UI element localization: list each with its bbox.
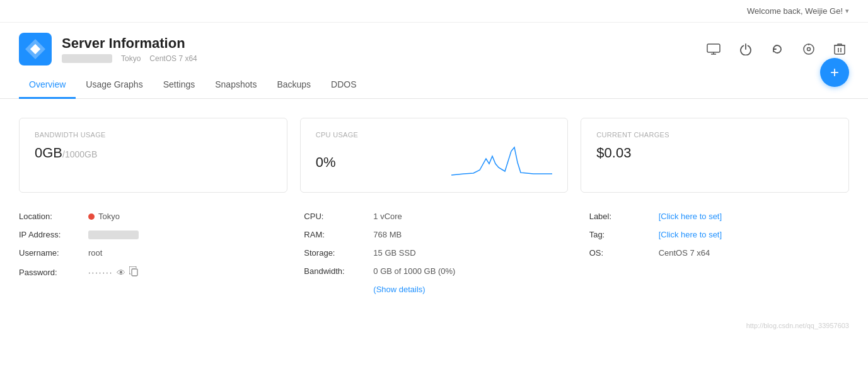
- tab-settings[interactable]: Settings: [153, 72, 205, 99]
- location-text: Tokyo: [98, 212, 120, 221]
- tab-usage-graphs[interactable]: Usage Graphs: [76, 72, 153, 99]
- iso-button[interactable]: [799, 39, 819, 59]
- svg-rect-11: [132, 269, 137, 276]
- console-button[interactable]: [703, 40, 724, 59]
- location-dot-icon: [88, 213, 95, 220]
- charges-label: Current Charges: [596, 131, 833, 139]
- console-icon: [707, 43, 720, 55]
- add-button[interactable]: +: [820, 58, 849, 87]
- reveal-password-icon[interactable]: 👁: [117, 268, 125, 278]
- user-menu[interactable]: Welcome back, Weijie Ge! ▾: [747, 6, 849, 16]
- nav-tabs: Overview Usage Graphs Settings Snapshots…: [0, 72, 868, 99]
- info-location: Location: Tokyo: [19, 212, 279, 221]
- storage-val: 15 GB SSD: [373, 248, 415, 258]
- header-left: Server Information Tokyo CentOS 7 x64: [19, 33, 197, 65]
- tab-overview[interactable]: Overview: [19, 72, 76, 99]
- trash-icon: [834, 43, 845, 55]
- location-key: Location:: [19, 212, 88, 221]
- delete-button[interactable]: [830, 39, 849, 59]
- tag-key: Tag:: [589, 230, 659, 239]
- iso-icon: [802, 43, 815, 55]
- svg-rect-1: [707, 44, 720, 52]
- location-val: Tokyo: [88, 212, 120, 221]
- storage-key: Storage:: [304, 248, 373, 258]
- ram-key: RAM:: [304, 230, 373, 239]
- info-show-details: (Show details): [304, 285, 564, 294]
- chevron-down-icon: ▾: [845, 7, 849, 15]
- tab-backups[interactable]: Backups: [267, 72, 321, 99]
- bandwidth-value: 0GB/1000GB: [35, 145, 272, 161]
- cpu-spec-val: 1 vCore: [373, 212, 402, 221]
- charges-value: $0.03: [596, 145, 833, 161]
- cpu-spec-key: CPU:: [304, 212, 373, 221]
- info-col-right: Label: [Click here to set] Tag: [Click h…: [589, 212, 849, 303]
- ip-val: [88, 230, 139, 239]
- cpu-label: CPU Usage: [316, 131, 553, 139]
- copy-password-icon[interactable]: [129, 266, 138, 278]
- server-title: Server Information Tokyo CentOS 7 x64: [62, 35, 197, 63]
- username-val: root: [88, 248, 102, 258]
- info-username: Username: root: [19, 248, 279, 258]
- bandwidth-spec-key: Bandwidth:: [304, 266, 373, 276]
- server-location: Tokyo: [121, 54, 141, 63]
- logo-icon: [19, 33, 52, 65]
- info-col-left: Location: Tokyo IP Address: Username: ro…: [19, 212, 279, 303]
- ip-key: IP Address:: [19, 230, 88, 239]
- info-storage: Storage: 15 GB SSD: [304, 248, 564, 258]
- cpu-chart: [335, 145, 552, 179]
- watermark: http://blog.csdn.net/qq_33957603: [0, 316, 868, 336]
- cpu-card: CPU Usage 0%: [300, 118, 569, 193]
- main-content: Bandwidth Usage 0GB/1000GB CPU Usage 0% …: [0, 99, 868, 316]
- username-key: Username:: [19, 248, 88, 258]
- password-key: Password:: [19, 268, 88, 277]
- info-password: Password: ······· 👁: [19, 266, 279, 278]
- ip-blur-val: [88, 230, 139, 239]
- cpu-chart-svg: [451, 145, 552, 179]
- power-button[interactable]: [736, 39, 756, 59]
- info-label: Label: [Click here to set]: [589, 212, 849, 221]
- label-set-link[interactable]: [Click here to set]: [659, 212, 722, 221]
- restart-icon: [771, 43, 784, 55]
- info-cpu: CPU: 1 vCore: [304, 212, 564, 221]
- power-icon: [739, 43, 752, 55]
- show-details-link[interactable]: (Show details): [373, 285, 425, 294]
- tag-set-link[interactable]: [Click here to set]: [659, 230, 722, 239]
- password-val: ······· 👁: [88, 266, 138, 278]
- bandwidth-card: Bandwidth Usage 0GB/1000GB: [19, 118, 287, 193]
- tab-ddos[interactable]: DDOS: [321, 72, 366, 99]
- os-val: CentOS 7 x64: [659, 248, 710, 258]
- server-os: CentOS 7 x64: [149, 54, 197, 63]
- cpu-card-inner: 0%: [316, 145, 553, 179]
- ram-val: 768 MB: [373, 230, 402, 239]
- bandwidth-unit: /1000GB: [62, 149, 97, 159]
- info-bandwidth: Bandwidth: 0 GB of 1000 GB (0%): [304, 266, 564, 276]
- ip-address-blur: [62, 54, 112, 63]
- label-key: Label:: [589, 212, 659, 221]
- info-row: Location: Tokyo IP Address: Username: ro…: [19, 212, 849, 303]
- page-title: Server Information: [62, 35, 197, 52]
- info-os: OS: CentOS 7 x64: [589, 248, 849, 258]
- header-actions: [703, 39, 849, 59]
- stats-row: Bandwidth Usage 0GB/1000GB CPU Usage 0% …: [19, 118, 849, 193]
- header: Server Information Tokyo CentOS 7 x64: [0, 23, 868, 72]
- cpu-value: 0%: [316, 154, 336, 171]
- top-bar: Welcome back, Weijie Ge! ▾: [0, 0, 868, 23]
- bandwidth-label: Bandwidth Usage: [35, 131, 272, 139]
- tab-snapshots[interactable]: Snapshots: [205, 72, 267, 99]
- bandwidth-spec-val: 0 GB of 1000 GB (0%): [373, 266, 455, 276]
- svg-rect-7: [835, 45, 845, 54]
- bandwidth-num: 0GB: [35, 145, 62, 161]
- watermark-text: http://blog.csdn.net/qq_33957603: [746, 322, 849, 329]
- svg-point-5: [807, 48, 811, 51]
- charges-card: Current Charges $0.03: [581, 118, 849, 193]
- info-ram: RAM: 768 MB: [304, 230, 564, 239]
- info-ip: IP Address:: [19, 230, 279, 239]
- info-col-mid: CPU: 1 vCore RAM: 768 MB Storage: 15 GB …: [304, 212, 564, 303]
- server-meta: Tokyo CentOS 7 x64: [62, 54, 197, 63]
- info-tag: Tag: [Click here to set]: [589, 230, 849, 239]
- welcome-text: Welcome back, Weijie Ge!: [747, 6, 843, 16]
- restart-button[interactable]: [767, 39, 787, 59]
- svg-point-4: [804, 44, 814, 54]
- password-dots: ·······: [88, 268, 113, 277]
- os-key: OS:: [589, 248, 659, 258]
